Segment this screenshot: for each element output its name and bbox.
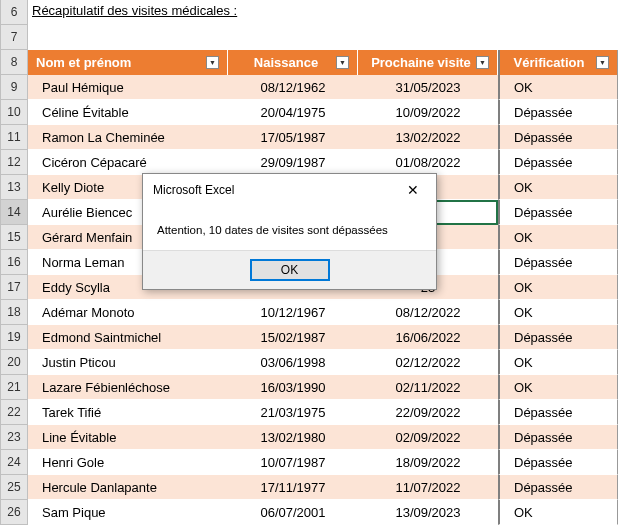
cell-verif[interactable]: Dépassée bbox=[498, 100, 618, 125]
cell-birth[interactable]: 17/05/1987 bbox=[228, 125, 358, 150]
cell-name[interactable]: Adémar Monoto bbox=[28, 300, 228, 325]
filter-dropdown-icon[interactable]: ▼ bbox=[206, 56, 219, 69]
dialog-title: Microsoft Excel bbox=[153, 183, 234, 197]
row-header[interactable]: 25 bbox=[0, 475, 28, 500]
row-header[interactable]: 10 bbox=[0, 100, 28, 125]
cell-verif[interactable]: Dépassée bbox=[498, 425, 618, 450]
cell-verif[interactable]: OK bbox=[498, 300, 618, 325]
row-header[interactable]: 7 bbox=[0, 25, 28, 50]
cell-name[interactable]: Hercule Danlapante bbox=[28, 475, 228, 500]
sheet-title: Récapitulatif des visites médicales : bbox=[28, 0, 618, 25]
column-header-next[interactable]: Prochaine visite▼ bbox=[358, 50, 498, 75]
column-label: Vérification bbox=[508, 55, 590, 70]
row-header[interactable]: 9 bbox=[0, 75, 28, 100]
cell-birth[interactable]: 06/07/2001 bbox=[228, 500, 358, 525]
cell-birth[interactable]: 15/02/1987 bbox=[228, 325, 358, 350]
column-header-birth[interactable]: Naissance▼ bbox=[228, 50, 358, 75]
cell-name[interactable]: Céline Évitable bbox=[28, 100, 228, 125]
column-header-name[interactable]: Nom et prénom▼ bbox=[28, 50, 228, 75]
dialog-footer: OK bbox=[143, 250, 436, 289]
row-header[interactable]: 18 bbox=[0, 300, 28, 325]
cell-verif[interactable]: OK bbox=[498, 75, 618, 100]
row-header[interactable]: 23 bbox=[0, 425, 28, 450]
row-header[interactable]: 8 bbox=[0, 50, 28, 75]
cell-verif[interactable]: Dépassée bbox=[498, 325, 618, 350]
cell-verif[interactable]: Dépassée bbox=[498, 475, 618, 500]
cell-name[interactable]: Justin Pticou bbox=[28, 350, 228, 375]
filter-dropdown-icon[interactable]: ▼ bbox=[476, 56, 489, 69]
cell-birth[interactable]: 13/02/1980 bbox=[228, 425, 358, 450]
blank-row bbox=[28, 25, 618, 50]
cell-next[interactable]: 16/06/2022 bbox=[358, 325, 498, 350]
cell-next[interactable]: 02/12/2022 bbox=[358, 350, 498, 375]
cell-name[interactable]: Edmond Saintmichel bbox=[28, 325, 228, 350]
filter-dropdown-icon[interactable]: ▼ bbox=[596, 56, 609, 69]
cell-next[interactable]: 02/09/2022 bbox=[358, 425, 498, 450]
cell-verif[interactable]: Dépassée bbox=[498, 450, 618, 475]
row-header[interactable]: 15 bbox=[0, 225, 28, 250]
cell-name[interactable]: Line Évitable bbox=[28, 425, 228, 450]
cell-next[interactable]: 18/09/2022 bbox=[358, 450, 498, 475]
cell-next[interactable]: 31/05/2023 bbox=[358, 75, 498, 100]
cell-verif[interactable]: OK bbox=[498, 375, 618, 400]
row-header[interactable]: 11 bbox=[0, 125, 28, 150]
cell-birth[interactable]: 20/04/1975 bbox=[228, 100, 358, 125]
cell-verif[interactable]: Dépassée bbox=[498, 125, 618, 150]
cell-name[interactable]: Tarek Tifié bbox=[28, 400, 228, 425]
cell-verif[interactable]: OK bbox=[498, 275, 618, 300]
cell-verif[interactable]: Dépassée bbox=[498, 250, 618, 275]
close-icon[interactable]: ✕ bbox=[398, 180, 428, 200]
row-header[interactable]: 24 bbox=[0, 450, 28, 475]
cell-birth[interactable]: 21/03/1975 bbox=[228, 400, 358, 425]
cell-birth[interactable]: 08/12/1962 bbox=[228, 75, 358, 100]
row-header[interactable]: 14 bbox=[0, 200, 28, 225]
row-header[interactable]: 12 bbox=[0, 150, 28, 175]
ok-button[interactable]: OK bbox=[250, 259, 330, 281]
cell-next[interactable]: 01/08/2022 bbox=[358, 150, 498, 175]
row-header[interactable]: 6 bbox=[0, 0, 28, 25]
cell-verif[interactable]: Dépassée bbox=[498, 400, 618, 425]
row-header[interactable]: 21 bbox=[0, 375, 28, 400]
cell-birth[interactable]: 03/06/1998 bbox=[228, 350, 358, 375]
cell-name[interactable]: Sam Pique bbox=[28, 500, 228, 525]
row-header[interactable]: 13 bbox=[0, 175, 28, 200]
row-header[interactable]: 20 bbox=[0, 350, 28, 375]
filter-dropdown-icon[interactable]: ▼ bbox=[336, 56, 349, 69]
cell-next[interactable]: 08/12/2022 bbox=[358, 300, 498, 325]
cell-next[interactable]: 13/02/2022 bbox=[358, 125, 498, 150]
row-header[interactable]: 16 bbox=[0, 250, 28, 275]
cell-next[interactable]: 11/07/2022 bbox=[358, 475, 498, 500]
dialog-message: Attention, 10 dates de visites sont dépa… bbox=[143, 206, 436, 250]
cell-name[interactable]: Paul Hémique bbox=[28, 75, 228, 100]
cell-next[interactable]: 13/09/2023 bbox=[358, 500, 498, 525]
cell-verif[interactable]: OK bbox=[498, 175, 618, 200]
cell-birth[interactable]: 16/03/1990 bbox=[228, 375, 358, 400]
cell-birth[interactable]: 29/09/1987 bbox=[228, 150, 358, 175]
cell-birth[interactable]: 10/07/1987 bbox=[228, 450, 358, 475]
cell-verif[interactable]: OK bbox=[498, 500, 618, 525]
cell-name[interactable]: Cicéron Cépacaré bbox=[28, 150, 228, 175]
row-header[interactable]: 17 bbox=[0, 275, 28, 300]
column-label: Nom et prénom bbox=[36, 55, 206, 70]
column-label: Prochaine visite bbox=[366, 55, 476, 70]
cell-name[interactable]: Lazare Fébienléchose bbox=[28, 375, 228, 400]
cell-verif[interactable]: OK bbox=[498, 225, 618, 250]
cell-verif[interactable]: OK bbox=[498, 350, 618, 375]
cell-next[interactable]: 10/09/2022 bbox=[358, 100, 498, 125]
cell-verif[interactable]: Dépassée bbox=[498, 200, 618, 225]
column-label: Naissance bbox=[236, 55, 336, 70]
cell-next[interactable]: 22/09/2022 bbox=[358, 400, 498, 425]
alert-dialog: Microsoft Excel ✕ Attention, 10 dates de… bbox=[142, 173, 437, 290]
cell-name[interactable]: Ramon La Cheminée bbox=[28, 125, 228, 150]
row-header[interactable]: 19 bbox=[0, 325, 28, 350]
dialog-titlebar[interactable]: Microsoft Excel ✕ bbox=[143, 174, 436, 206]
column-header-verif[interactable]: Vérification▼ bbox=[498, 50, 618, 75]
cell-birth[interactable]: 10/12/1967 bbox=[228, 300, 358, 325]
cell-birth[interactable]: 17/11/1977 bbox=[228, 475, 358, 500]
row-header[interactable]: 22 bbox=[0, 400, 28, 425]
cell-verif[interactable]: Dépassée bbox=[498, 150, 618, 175]
row-header[interactable]: 26 bbox=[0, 500, 28, 525]
cell-name[interactable]: Henri Gole bbox=[28, 450, 228, 475]
cell-next[interactable]: 02/11/2022 bbox=[358, 375, 498, 400]
